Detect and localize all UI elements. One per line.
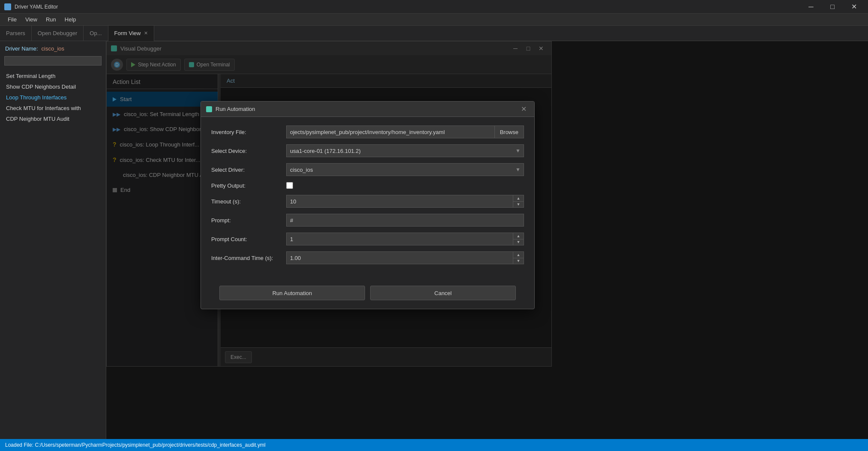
action-list-sidebar: Set Terminal Length Show CDP Neighbors D… (0, 69, 106, 439)
tab-form-view[interactable]: Form View ✕ (108, 26, 155, 41)
rad-body: Inventory File: Browse Select Device: us… (201, 117, 534, 279)
prompt-count-spinner: ▲ ▼ (286, 233, 524, 245)
sidebar-item-set-terminal[interactable]: Set Terminal Length (0, 71, 106, 81)
close-button[interactable]: ✕ (844, 0, 864, 14)
timeout-up-button[interactable]: ▲ (513, 195, 524, 201)
prompt-label: Prompt: (211, 217, 286, 224)
timeout-input[interactable] (287, 195, 513, 207)
sidebar-item-show-cdp[interactable]: Show CDP Neighbors Detail (0, 81, 106, 92)
driver-name-label: Driver Name: (5, 45, 38, 52)
inter-command-down-button[interactable]: ▼ (513, 258, 524, 264)
prompt-count-spinner-btns: ▲ ▼ (513, 233, 524, 245)
search-input[interactable] (4, 56, 102, 66)
title-bar: Driver YAML Editor ─ □ ✕ (0, 0, 868, 14)
pretty-output-checkbox[interactable] (286, 182, 293, 189)
select-device-label: Select Device: (211, 148, 286, 154)
tab-bar: Parsers Open Debugger Op... Form View ✕ (0, 26, 868, 41)
rad-icon (206, 106, 212, 112)
select-driver-row: Select Driver: cisco_ios ▼ (211, 163, 524, 176)
inter-command-spinner-btns: ▲ ▼ (513, 252, 524, 264)
rad-title: Run Automation (216, 106, 518, 112)
prompt-count-down-button[interactable]: ▼ (513, 239, 524, 245)
prompt-count-up-button[interactable]: ▲ (513, 233, 524, 239)
tab-parsers[interactable]: Parsers (0, 26, 32, 41)
tab-op[interactable]: Op... (84, 26, 108, 41)
inventory-file-input[interactable] (286, 125, 495, 138)
menu-file[interactable]: File (3, 15, 21, 24)
main-layout: Driver Name: cisco_ios Set Terminal Leng… (0, 41, 868, 439)
timeout-spinner: ▲ ▼ (286, 195, 524, 208)
inter-command-up-button[interactable]: ▲ (513, 252, 524, 258)
prompt-row: Prompt: (211, 214, 524, 227)
prompt-count-row: Prompt Count: ▲ ▼ (211, 233, 524, 245)
inter-command-row: Inter-Command Time (s): ▲ ▼ (211, 251, 524, 264)
inventory-file-label: Inventory File: (211, 129, 286, 135)
browse-button[interactable]: Browse (495, 125, 524, 138)
status-text: Loaded File: C:/Users/speterman/PycharmP… (5, 442, 266, 448)
minimize-button[interactable]: ─ (801, 0, 821, 14)
inventory-file-row: Inventory File: Browse (211, 125, 524, 138)
rad-footer: Run Automation Cancel (201, 279, 534, 309)
select-device-dropdown[interactable]: usa1-core-01 (172.16.101.2) (286, 144, 524, 157)
timeout-row: Timeout (s): ▲ ▼ (211, 195, 524, 208)
inter-command-input[interactable] (287, 252, 513, 264)
maximize-button[interactable]: □ (823, 0, 842, 14)
inter-command-spinner: ▲ ▼ (286, 251, 524, 264)
cancel-button[interactable]: Cancel (370, 286, 516, 300)
timeout-spinner-btns: ▲ ▼ (513, 195, 524, 207)
menu-view[interactable]: View (21, 15, 42, 24)
app-icon (4, 3, 11, 10)
driver-name-value: cisco_ios (42, 45, 64, 52)
inter-command-label: Inter-Command Time (s): (211, 255, 286, 261)
prompt-count-input[interactable] (287, 233, 513, 245)
pretty-output-row: Pretty Output: (211, 182, 524, 189)
select-driver-dropdown[interactable]: cisco_ios (286, 163, 524, 176)
title-text: Driver YAML Editor (15, 4, 58, 10)
driver-name-row: Driver Name: cisco_ios (0, 41, 106, 54)
main-content: Visual Debugger ─ □ ✕ D Step Next Action (106, 41, 868, 439)
sidebar-item-cdp-audit[interactable]: CDP Neighbor MTU Audit (0, 113, 106, 124)
menu-bar: File View Run Help (0, 14, 868, 26)
timeout-down-button[interactable]: ▼ (513, 201, 524, 207)
run-automation-button[interactable]: Run Automation (219, 286, 365, 300)
prompt-input[interactable] (286, 214, 524, 227)
rad-titlebar: Run Automation ✕ (201, 102, 534, 117)
pretty-output-label: Pretty Output: (211, 182, 286, 189)
status-bar: Loaded File: C:/Users/speterman/PycharmP… (0, 439, 868, 451)
run-automation-dialog: Run Automation ✕ Inventory File: Browse … (201, 101, 535, 309)
timeout-label: Timeout (s): (211, 198, 286, 205)
menu-run[interactable]: Run (42, 15, 60, 24)
sidebar-item-loop[interactable]: Loop Through Interfaces (0, 92, 106, 103)
select-driver-label: Select Driver: (211, 167, 286, 173)
sidebar-item-check-mtu[interactable]: Check MTU for Interfaces with (0, 103, 106, 113)
window-controls: ─ □ ✕ (801, 0, 864, 14)
prompt-count-label: Prompt Count: (211, 236, 286, 242)
menu-help[interactable]: Help (60, 15, 81, 24)
select-device-row: Select Device: usa1-core-01 (172.16.101.… (211, 144, 524, 157)
sidebar: Driver Name: cisco_ios Set Terminal Leng… (0, 41, 106, 439)
select-driver-wrapper: cisco_ios ▼ (286, 163, 524, 176)
select-device-wrapper: usa1-core-01 (172.16.101.2) ▼ (286, 144, 524, 157)
rad-close-button[interactable]: ✕ (518, 104, 529, 114)
tab-close-form-view[interactable]: ✕ (144, 30, 148, 36)
tab-open-debugger[interactable]: Open Debugger (32, 26, 84, 41)
